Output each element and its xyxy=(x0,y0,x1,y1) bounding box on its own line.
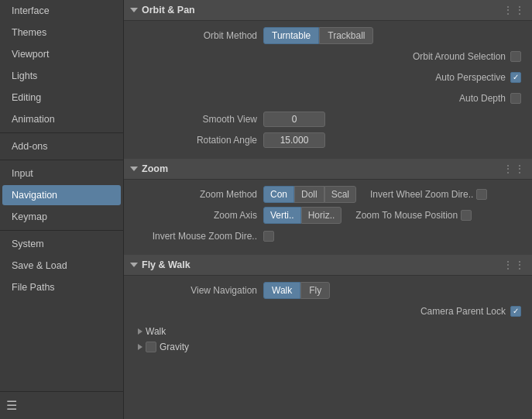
rotation-angle-row: Rotation Angle xyxy=(132,132,524,149)
sidebar-item-file-paths[interactable]: File Paths xyxy=(2,277,121,297)
sidebar-item-lights[interactable]: Lights xyxy=(2,66,121,86)
orbit-method-buttons: Turntable Trackball xyxy=(263,27,373,44)
zoom-axis-controls: Verti.. Horiz.. Zoom To Mouse Position xyxy=(263,207,472,224)
auto-depth-checkbox[interactable] xyxy=(510,93,521,104)
sidebar-item-save-load[interactable]: Save & Load xyxy=(2,256,121,276)
view-navigation-row: View Navigation Walk Fly xyxy=(132,282,524,299)
invert-mouse-zoom-label: Invert Mouse Zoom Dire.. xyxy=(132,231,263,242)
zoom-axis-verti-button[interactable]: Verti.. xyxy=(263,207,301,224)
orbit-around-selection-checkbox[interactable] xyxy=(510,51,521,62)
invert-mouse-zoom-row: Invert Mouse Zoom Dire.. xyxy=(132,228,524,245)
zoom-collapse-icon xyxy=(130,167,138,171)
orbit-pan-header[interactable]: Orbit & Pan ⋮⋮ xyxy=(124,0,532,21)
fly-walk-collapse-icon xyxy=(130,263,138,267)
fly-walk-title: Fly & Walk xyxy=(142,259,190,270)
fly-walk-options-icon[interactable]: ⋮⋮ xyxy=(503,259,526,271)
sidebar-item-keymap[interactable]: Keymap xyxy=(2,207,121,227)
zoom-options-icon[interactable]: ⋮⋮ xyxy=(503,163,526,175)
orbit-pan-collapse-icon xyxy=(130,8,138,12)
zoom-axis-horiz-button[interactable]: Horiz.. xyxy=(301,207,342,224)
orbit-method-controls: Turntable Trackball xyxy=(263,27,373,44)
tree-label-gravity: Gravity xyxy=(160,342,189,352)
orbit-pan-title: Orbit & Pan xyxy=(142,5,195,15)
sidebar-item-editing[interactable]: Editing xyxy=(2,88,121,108)
auto-perspective-label: Auto Perspective xyxy=(435,72,506,83)
main-content: Orbit & Pan ⋮⋮ Orbit Method Turntable Tr… xyxy=(124,0,532,419)
zoom-method-buttons: Con Doll Scal xyxy=(263,186,356,203)
auto-perspective-checkbox[interactable] xyxy=(510,72,521,83)
zoom-con-button[interactable]: Con xyxy=(263,186,294,203)
view-nav-walk-button[interactable]: Walk xyxy=(263,282,300,299)
smooth-view-input[interactable] xyxy=(263,112,325,127)
fly-walk-header-left: Fly & Walk xyxy=(130,259,190,270)
invert-wheel-zoom-checkbox[interactable] xyxy=(476,189,487,200)
fly-walk-header[interactable]: Fly & Walk ⋮⋮ xyxy=(124,255,532,276)
camera-parent-lock-checkbox[interactable] xyxy=(510,306,521,317)
sidebar-divider-2 xyxy=(0,160,123,160)
rotation-angle-label: Rotation Angle xyxy=(132,135,263,146)
orbit-around-selection-label: Orbit Around Selection xyxy=(413,51,506,62)
sidebar-bottom: ☰ xyxy=(0,391,123,419)
tree-arrow-walk[interactable] xyxy=(138,328,142,335)
fly-walk-content: View Navigation Walk Fly Camera Parent L… xyxy=(124,276,532,361)
zoom-method-row: Zoom Method Con Doll Scal Invert Wheel Z… xyxy=(132,186,524,203)
invert-mouse-zoom-checkbox[interactable] xyxy=(263,231,274,242)
zoom-doll-button[interactable]: Doll xyxy=(294,186,324,203)
zoom-content: Zoom Method Con Doll Scal Invert Wheel Z… xyxy=(124,180,532,255)
sidebar-item-animation[interactable]: Animation xyxy=(2,109,121,129)
sidebar: Interface Themes Viewport Lights Editing… xyxy=(0,0,124,419)
sidebar-divider-3 xyxy=(0,230,123,231)
tree-item-walk[interactable]: Walk xyxy=(132,324,524,339)
invert-wheel-zoom-label: Invert Wheel Zoom Dire.. xyxy=(370,189,473,200)
camera-parent-lock-row: Camera Parent Lock xyxy=(132,303,524,320)
zoom-axis-buttons: Verti.. Horiz.. xyxy=(263,207,342,224)
orbit-pan-options-icon[interactable]: ⋮⋮ xyxy=(503,4,526,16)
orbit-trackball-button[interactable]: Trackball xyxy=(319,27,373,44)
smooth-view-label: Smooth View xyxy=(132,114,263,125)
auto-depth-label: Auto Depth xyxy=(459,93,506,104)
sidebar-item-addons[interactable]: Add-ons xyxy=(2,136,121,156)
sidebar-item-viewport[interactable]: Viewport xyxy=(2,44,121,64)
zoom-method-controls: Con Doll Scal Invert Wheel Zoom Dire.. xyxy=(263,186,487,203)
zoom-header[interactable]: Zoom ⋮⋮ xyxy=(124,159,532,180)
view-navigation-buttons: Walk Fly xyxy=(263,282,330,299)
auto-perspective-row: Auto Perspective xyxy=(132,69,524,86)
sidebar-item-themes[interactable]: Themes xyxy=(2,22,121,43)
orbit-turntable-button[interactable]: Turntable xyxy=(263,27,319,44)
zoom-axis-label: Zoom Axis xyxy=(132,210,263,221)
zoom-to-mouse-checkbox[interactable] xyxy=(461,210,472,221)
gravity-checkbox-icon[interactable] xyxy=(146,342,156,352)
view-navigation-controls: Walk Fly xyxy=(263,282,330,299)
tree-label-walk: Walk xyxy=(146,326,166,337)
zoom-to-mouse-label: Zoom To Mouse Position xyxy=(355,210,458,221)
orbit-method-row: Orbit Method Turntable Trackball xyxy=(132,27,524,44)
sidebar-item-navigation[interactable]: Navigation xyxy=(2,185,121,205)
sidebar-item-system[interactable]: System xyxy=(2,234,121,254)
auto-depth-row: Auto Depth xyxy=(132,90,524,107)
rotation-angle-input[interactable] xyxy=(263,132,325,148)
view-nav-fly-button[interactable]: Fly xyxy=(300,282,330,299)
sidebar-item-interface[interactable]: Interface xyxy=(2,1,121,21)
orbit-pan-content: Orbit Method Turntable Trackball Orbit A… xyxy=(124,21,532,159)
hamburger-icon[interactable]: ☰ xyxy=(6,399,17,412)
sidebar-divider-1 xyxy=(0,132,123,133)
zoom-method-label: Zoom Method xyxy=(132,189,263,200)
smooth-view-row: Smooth View xyxy=(132,111,524,128)
zoom-header-left: Zoom xyxy=(130,163,168,174)
zoom-scal-button[interactable]: Scal xyxy=(324,186,356,203)
zoom-axis-row: Zoom Axis Verti.. Horiz.. Zoom To Mouse … xyxy=(132,207,524,224)
orbit-around-selection-row: Orbit Around Selection xyxy=(132,48,524,65)
sidebar-item-input[interactable]: Input xyxy=(2,163,121,184)
orbit-pan-header-left: Orbit & Pan xyxy=(130,5,195,15)
tree-item-gravity[interactable]: Gravity xyxy=(132,339,524,355)
tree-arrow-gravity[interactable] xyxy=(138,344,142,350)
view-navigation-label: View Navigation xyxy=(132,285,263,296)
zoom-title: Zoom xyxy=(142,163,168,174)
camera-parent-lock-label: Camera Parent Lock xyxy=(420,306,506,317)
orbit-method-label: Orbit Method xyxy=(132,30,263,41)
